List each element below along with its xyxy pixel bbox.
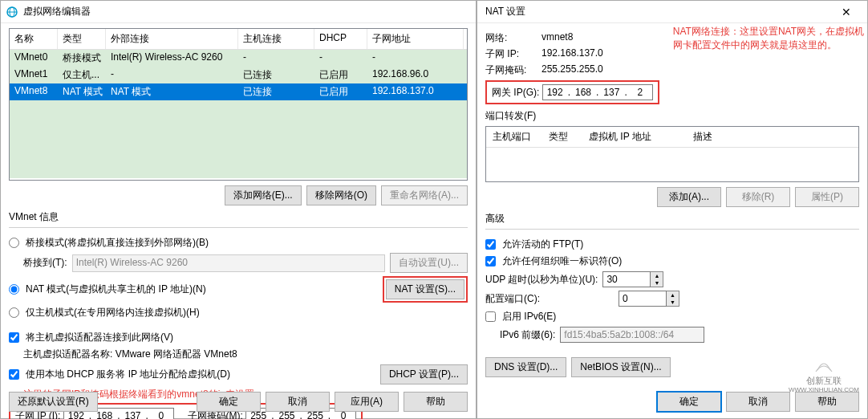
right-titlebar: NAT 设置 ✕ bbox=[477, 1, 867, 23]
hostonly-radio[interactable] bbox=[9, 307, 19, 318]
restore-defaults-button[interactable]: 还原默认设置(R) bbox=[9, 392, 98, 412]
right-title: NAT 设置 bbox=[482, 5, 830, 18]
auto-settings-button: 自动设置(U)... bbox=[390, 253, 468, 273]
table-row[interactable]: VMnet0 桥接模式 Intel(R) Wireless-AC 9260 - … bbox=[10, 50, 467, 67]
nat-ok-button[interactable]: 确定 bbox=[657, 392, 721, 412]
dhcp-settings-button[interactable]: DHCP 设置(P)... bbox=[380, 364, 468, 384]
bridge-adapter-select: Intel(R) Wireless-AC 9260 bbox=[72, 254, 386, 272]
nat-settings-button[interactable]: NAT 设置(S)... bbox=[386, 279, 464, 299]
host-adapter-name: 主机虚拟适配器名称: VMware 网络适配器 VMnet8 bbox=[23, 348, 468, 361]
cancel-button[interactable]: 取消 bbox=[266, 392, 330, 412]
network-table[interactable]: 名称 类型 外部连接 主机连接 DHCP 子网地址 VMnet0 桥接模式 In… bbox=[9, 28, 468, 181]
ok-button[interactable]: 确定 bbox=[197, 392, 261, 412]
watermark: 创新互联 WWW.XINHULIAN.COM bbox=[789, 357, 859, 394]
port-forward-table[interactable]: 主机端口 类型 虚拟机 IP 地址 描述 bbox=[485, 126, 859, 182]
remove-network-button[interactable]: 移除网络(O) bbox=[306, 185, 376, 205]
close-icon[interactable]: ✕ bbox=[830, 6, 862, 18]
nat-help-button[interactable]: 帮助 bbox=[795, 392, 859, 412]
vmnet-info-label: VMnet 信息 bbox=[9, 210, 468, 224]
dns-settings-button[interactable]: DNS 设置(D)... bbox=[485, 357, 566, 377]
bridge-radio[interactable] bbox=[9, 238, 19, 248]
host-adapter-check[interactable] bbox=[9, 332, 19, 343]
udp-timeout-input[interactable] bbox=[602, 271, 651, 287]
table-row[interactable]: VMnet1 仅主机... - 已连接 已启用 192.168.96.0 bbox=[10, 67, 467, 83]
pf-remove-button: 移除(R) bbox=[726, 187, 790, 207]
udp-spinner[interactable]: ▲▼ bbox=[651, 271, 663, 287]
left-title: 虚拟网络编辑器 bbox=[23, 5, 471, 18]
advanced-label: 高级 bbox=[485, 212, 859, 226]
ipv6-check[interactable] bbox=[485, 311, 496, 322]
app-icon bbox=[6, 6, 18, 18]
gateway-ip-input[interactable]: . . . bbox=[542, 84, 653, 100]
help-button[interactable]: 帮助 bbox=[404, 392, 468, 412]
config-port-input[interactable] bbox=[619, 291, 667, 307]
table-row-selected[interactable]: VMnet8 NAT 模式 NAT 模式 已连接 已启用 192.168.137… bbox=[10, 83, 467, 100]
apply-button[interactable]: 应用(A) bbox=[335, 392, 399, 412]
ipv6-prefix-input bbox=[560, 327, 704, 343]
pf-add-button[interactable]: 添加(A)... bbox=[657, 187, 721, 207]
pf-props-button: 属性(P) bbox=[795, 187, 859, 207]
dhcp-check[interactable] bbox=[9, 369, 19, 380]
nat-radio[interactable] bbox=[9, 284, 19, 295]
port-fwd-label: 端口转发(F) bbox=[485, 109, 859, 123]
add-network-button[interactable]: 添加网络(E)... bbox=[225, 185, 302, 205]
allow-ftp-check[interactable] bbox=[485, 239, 496, 250]
mask-value: 255.255.255.0 bbox=[541, 63, 859, 77]
table-header: 名称 类型 外部连接 主机连接 DHCP 子网地址 bbox=[10, 29, 467, 50]
nat-cancel-button[interactable]: 取消 bbox=[726, 392, 790, 412]
left-titlebar: 虚拟网络编辑器 bbox=[1, 1, 476, 23]
config-port-spinner[interactable]: ▲▼ bbox=[667, 291, 679, 307]
allow-org-check[interactable] bbox=[485, 256, 496, 266]
rename-network-button: 重命名网络(A)... bbox=[381, 185, 468, 205]
netbios-settings-button[interactable]: NetBIOS 设置(N)... bbox=[571, 357, 670, 377]
